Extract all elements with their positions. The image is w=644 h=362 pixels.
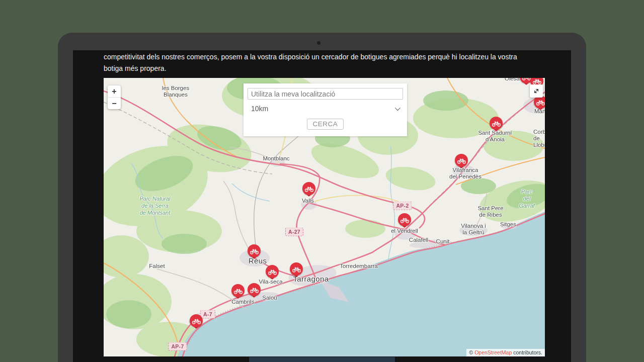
radius-select[interactable]: 10km [248, 103, 403, 114]
bicycle-icon [492, 120, 501, 127]
store-marker[interactable] [248, 244, 261, 261]
road-shield: AP-2 [393, 202, 412, 210]
marker-head [290, 262, 303, 276]
store-marker[interactable] [490, 117, 503, 134]
map-attribution: © OpenStreetMap contributors. [466, 349, 545, 356]
chevron-down-icon [395, 105, 400, 111]
marker-head [190, 314, 203, 327]
attribution-suffix: contributors. [512, 349, 542, 355]
openstreetmap-link[interactable]: OpenStreetMap [474, 349, 512, 355]
location-input[interactable] [248, 88, 403, 100]
marker-head [231, 284, 245, 297]
store-marker[interactable] [398, 213, 411, 230]
store-marker[interactable] [290, 262, 303, 280]
store-marker[interactable] [266, 265, 279, 282]
store-search-panel: 10km CERCA [244, 83, 407, 136]
radius-value: 10km [251, 105, 268, 113]
bicycle-icon [532, 78, 542, 85]
zoom-control: + − [108, 85, 121, 109]
search-button[interactable]: CERCA [307, 119, 344, 130]
intro-line-2: botiga més propera. [104, 63, 517, 74]
intro-line-1: competitivitat dels nostres comerços, po… [104, 51, 517, 63]
road-shield: A-27 [285, 228, 303, 236]
bicycle-icon [192, 317, 201, 325]
webcam-icon [317, 41, 320, 45]
store-marker[interactable] [302, 182, 315, 199]
marker-head [302, 182, 315, 195]
attribution-prefix: © [469, 349, 473, 355]
browser-viewport: competitivitat dels nostres comerços, po… [73, 50, 571, 362]
intro-text: competitivitat dels nostres comerços, po… [104, 51, 517, 74]
marker-head [248, 244, 261, 257]
bicycle-icon [250, 286, 259, 294]
fullscreen-button[interactable] [530, 84, 543, 98]
zoom-out-button[interactable]: − [108, 98, 121, 109]
bicycle-icon [522, 78, 531, 81]
bicycle-icon [304, 185, 314, 193]
zoom-in-button[interactable]: + [108, 85, 121, 98]
bicycle-icon [536, 99, 545, 106]
marker-head [266, 265, 279, 278]
store-marker[interactable] [231, 284, 245, 301]
marker-head [248, 283, 261, 296]
store-marker[interactable] [190, 314, 203, 331]
marker-head [455, 154, 468, 167]
bicycle-icon [268, 268, 277, 276]
bicycle-icon [457, 157, 466, 164]
store-marker[interactable] [455, 154, 468, 171]
marker-head [490, 117, 503, 130]
expand-arrows-icon [532, 87, 540, 95]
store-marker[interactable] [534, 96, 545, 113]
store-locator-map[interactable]: AP-2A-27A-7AP-7 les Borges BlanquesMontb… [104, 78, 545, 356]
laptop-base-notch [249, 357, 395, 362]
bicycle-icon [292, 265, 301, 273]
store-marker[interactable] [248, 283, 261, 300]
device-frame: competitivitat dels nostres comerços, po… [58, 33, 586, 362]
page-background: competitivitat dels nostres comerços, po… [0, 0, 644, 362]
bicycle-icon [400, 216, 410, 224]
bicycle-icon [250, 247, 259, 255]
road-shield: AP-7 [168, 342, 187, 351]
bicycle-icon [233, 287, 243, 295]
marker-head [398, 213, 411, 226]
